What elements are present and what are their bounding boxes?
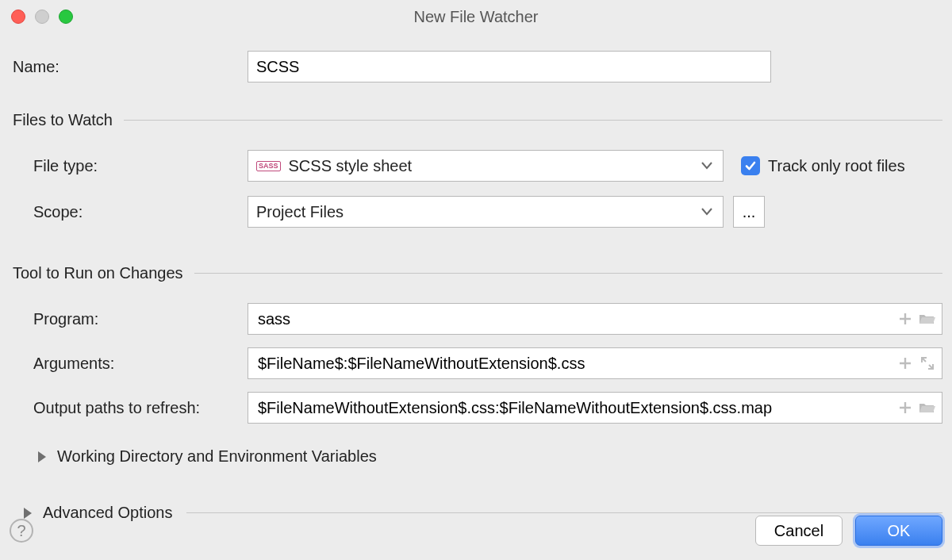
section-divider <box>194 273 942 274</box>
name-input[interactable] <box>248 51 771 82</box>
window-controls <box>0 10 73 24</box>
working-dir-expander[interactable]: Working Directory and Environment Variab… <box>10 447 942 466</box>
section-divider <box>124 120 942 121</box>
close-window-button[interactable] <box>11 10 25 24</box>
file-type-label: File type: <box>10 157 248 175</box>
zoom-window-button[interactable] <box>59 10 73 24</box>
working-dir-label: Working Directory and Environment Variab… <box>57 447 377 466</box>
file-type-value: SCSS style sheet <box>289 157 688 175</box>
files-to-watch-header: Files to Watch <box>13 111 113 129</box>
ok-button[interactable]: OK <box>855 516 942 546</box>
name-label: Name: <box>10 58 248 76</box>
expand-triangle-icon <box>38 451 46 462</box>
insert-macro-button[interactable] <box>894 307 916 331</box>
output-paths-input[interactable] <box>256 398 894 418</box>
help-button[interactable]: ? <box>10 519 33 543</box>
scope-value: Project Files <box>256 203 688 221</box>
tool-section-header: Tool to Run on Changes <box>13 264 183 282</box>
arguments-label: Arguments: <box>10 355 248 373</box>
insert-macro-button[interactable] <box>894 396 916 420</box>
window-title: New File Watcher <box>0 8 952 26</box>
scope-browse-button[interactable]: ... <box>733 196 765 228</box>
file-type-combo[interactable]: SASS SCSS style sheet <box>248 150 724 182</box>
chevron-down-icon <box>696 162 718 170</box>
files-to-watch-section: Files to Watch <box>10 111 942 129</box>
browse-folder-button[interactable] <box>916 396 939 420</box>
cancel-button[interactable]: Cancel <box>755 516 843 546</box>
dialog-footer: ? Cancel OK <box>0 509 952 560</box>
scope-combo[interactable]: Project Files <box>248 196 724 228</box>
chevron-down-icon <box>696 208 718 216</box>
program-label: Program: <box>10 310 248 328</box>
output-paths-label: Output paths to refresh: <box>10 399 248 417</box>
scope-label: Scope: <box>10 203 248 221</box>
track-root-label: Track only root files <box>768 157 905 175</box>
titlebar: New File Watcher <box>0 0 952 33</box>
expand-button[interactable] <box>916 351 939 375</box>
arguments-input[interactable] <box>256 354 894 374</box>
sass-icon: SASS <box>256 161 281 171</box>
browse-folder-button[interactable] <box>916 307 939 331</box>
program-input[interactable] <box>256 309 894 329</box>
track-root-checkbox[interactable] <box>741 156 760 175</box>
tool-section: Tool to Run on Changes <box>10 264 942 282</box>
insert-macro-button[interactable] <box>894 351 916 375</box>
minimize-window-button[interactable] <box>35 10 49 24</box>
